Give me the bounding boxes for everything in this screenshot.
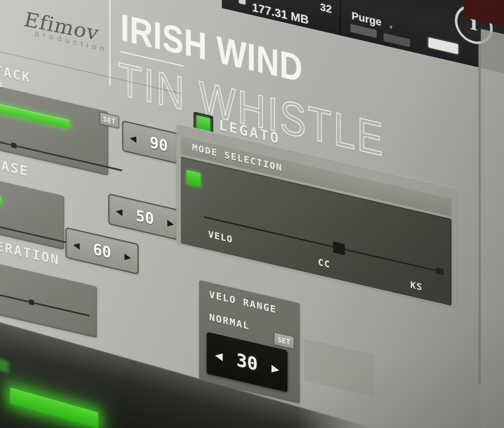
screen-ui: 177.31 MB 32 Purge ▾ i Efimov production… (0, 0, 504, 428)
purge-caret-icon[interactable]: ▾ (389, 23, 393, 31)
velo-range-set-button[interactable]: SET (274, 332, 294, 350)
velo-range-title: VELO RANGE (209, 289, 277, 315)
empty-cell (304, 338, 374, 397)
release-value: 50 (136, 206, 154, 228)
mode-led[interactable] (186, 170, 201, 187)
photo-frame: 177.31 MB 32 Purge ▾ i Efimov production… (0, 0, 504, 428)
key-glow-bar (10, 387, 98, 428)
increment-icon[interactable]: ▶ (124, 252, 131, 262)
mode-slider-handle[interactable] (333, 241, 345, 255)
title-divider (109, 0, 111, 85)
outside-panel-zone (481, 29, 504, 428)
mode-slider-endcap (436, 267, 444, 275)
attack-value: 90 (150, 133, 168, 155)
release-panel (0, 172, 64, 250)
operation-value-box[interactable]: ◀ 60 ▶ (66, 227, 139, 275)
memory-icon (239, 0, 245, 5)
key-glow-dim (0, 355, 9, 373)
increment-icon[interactable]: ▶ (167, 218, 174, 228)
operation-panel (0, 256, 97, 338)
velo-range-number: 30 (236, 349, 258, 375)
operation-slider-handle[interactable] (29, 299, 34, 305)
decrement-icon[interactable]: ◀ (73, 240, 80, 250)
release-value-box[interactable]: ◀ 50 ▶ (108, 193, 181, 241)
header-separator (340, 0, 341, 34)
mode-option-ks[interactable]: KS (410, 279, 423, 293)
attack-slider-handle[interactable] (11, 142, 16, 149)
operation-value: 60 (93, 240, 111, 262)
velo-range-value[interactable]: NORMAL (209, 311, 250, 332)
mode-option-cc[interactable]: CC (318, 257, 330, 270)
legato-panel: MODE SELECTION VELO CC KS (176, 123, 456, 307)
decrement-icon[interactable]: ◀ (215, 350, 223, 362)
decrement-icon[interactable]: ◀ (130, 133, 136, 143)
increment-icon[interactable]: ▶ (271, 363, 279, 375)
panel-right-edge (478, 43, 481, 384)
decrement-icon[interactable]: ◀ (116, 206, 122, 216)
mode-option-velo[interactable]: VELO (208, 229, 233, 245)
